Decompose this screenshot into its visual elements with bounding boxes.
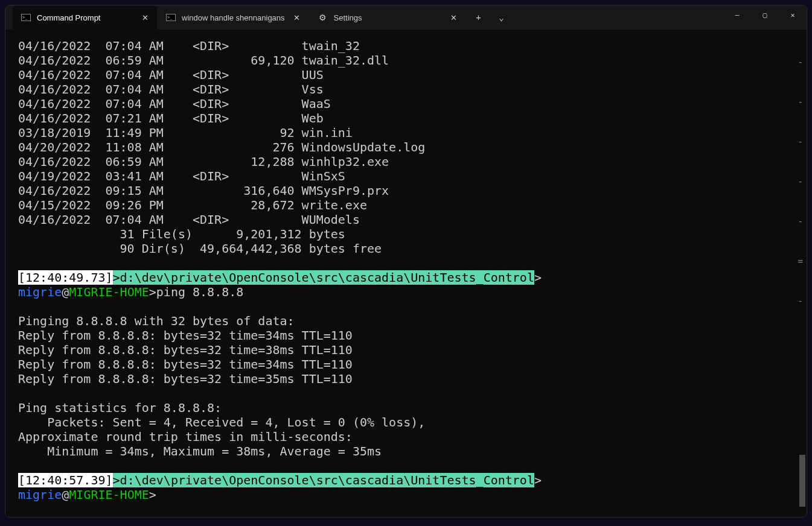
minimap-mark: -	[798, 297, 803, 307]
close-button[interactable]: ✕	[779, 5, 807, 25]
prompt-trail: >	[534, 473, 542, 487]
gear-icon: ⚙	[318, 13, 328, 22]
prompt-sep: >	[149, 285, 156, 299]
tab-actions: + ⌄	[467, 5, 513, 30]
tab-strip: >_Command Prompt✕>_window handle shennan…	[5, 5, 467, 30]
new-tab-button[interactable]: +	[467, 5, 491, 30]
prompt-sep: >	[149, 487, 156, 502]
close-icon[interactable]: ✕	[448, 11, 460, 24]
titlebar: >_Command Prompt✕>_window handle shennan…	[5, 5, 807, 30]
terminal-output[interactable]: 04/16/2022 07:04 AM <DIR> twain_3204/16/…	[5, 30, 807, 517]
minimap-mark: =	[798, 258, 803, 267]
tab-label: Command Prompt	[37, 13, 133, 22]
tab-dropdown-button[interactable]: ⌄	[491, 5, 513, 30]
prompt-host: MIGRIE-HOME	[69, 487, 149, 502]
ping-output-line: Approximate round trip times in milli-se…	[18, 429, 804, 444]
dir-listing-line: 04/16/2022 06:59 AM 12,288 winhlp32.exe	[18, 154, 804, 169]
dir-listing-line: 04/20/2022 11:08 AM 276 WindowsUpdate.lo…	[18, 140, 804, 154]
dir-listing-line: 04/16/2022 06:59 AM 69,120 twain_32.dll	[18, 53, 804, 68]
dir-listing-line: 90 Dir(s) 49,664,442,368 bytes free	[18, 241, 804, 256]
minimize-button[interactable]: —	[723, 5, 751, 25]
ping-output-line: Reply from 8.8.8.8: bytes=32 time=34ms T…	[18, 357, 804, 372]
dir-listing-line: 04/16/2022 07:04 AM <DIR> twain_32	[18, 39, 804, 53]
ping-output-line	[18, 299, 804, 314]
minimap-mark: -	[798, 98, 803, 108]
maximize-button[interactable]: ▢	[751, 5, 779, 25]
tab-label: window handle shennanigans	[182, 13, 285, 22]
prompt-line: [12:40:57.39]>d:\dev\private\OpenConsole…	[18, 473, 804, 487]
minimap-marks: -----=-	[798, 59, 803, 307]
ping-output-line: Ping statistics for 8.8.8.8:	[18, 401, 804, 415]
dir-listing-line: 04/16/2022 07:04 AM <DIR> UUS	[18, 68, 804, 82]
ping-output-line: Pinging 8.8.8.8 with 32 bytes of data:	[18, 314, 804, 328]
dir-listing-line: 04/16/2022 07:04 AM <DIR> WUModels	[18, 212, 804, 227]
ping-output-line: Packets: Sent = 4, Received = 4, Lost = …	[18, 415, 804, 429]
prompt-user-line: migrie@MIGRIE-HOME>ping 8.8.8.8	[18, 285, 804, 299]
ping-output-line: Minimum = 34ms, Maximum = 38ms, Average …	[18, 444, 804, 458]
blank-line	[18, 256, 804, 270]
ping-output-line	[18, 458, 804, 473]
minimap-mark: -	[798, 138, 803, 148]
ping-output-line: Reply from 8.8.8.8: bytes=32 time=38ms T…	[18, 343, 804, 357]
ping-output-line	[18, 386, 804, 401]
ping-output-line: Reply from 8.8.8.8: bytes=32 time=34ms T…	[18, 328, 804, 343]
prompt-trail: >	[534, 270, 542, 285]
prompt-user-line: migrie@MIGRIE-HOME>	[18, 487, 804, 502]
tab-settings[interactable]: ⚙Settings✕	[310, 5, 467, 30]
minimap-mark: -	[798, 218, 803, 227]
prompt-user: migrie	[18, 487, 62, 502]
close-icon[interactable]: ✕	[291, 11, 303, 24]
dir-listing-line: 04/16/2022 07:21 AM <DIR> Web	[18, 111, 804, 125]
minimap-mark: -	[798, 178, 803, 188]
tab-command-prompt[interactable]: >_Command Prompt✕	[13, 5, 158, 30]
prompt-path: >d:\dev\private\OpenConsole\src\cascadia…	[113, 270, 534, 285]
dir-listing-line: 31 File(s) 9,201,312 bytes	[18, 227, 804, 241]
dir-listing-line: 04/16/2022 09:15 AM 316,640 WMSysPr9.prx	[18, 183, 804, 198]
cmd-icon: >_	[166, 13, 176, 22]
prompt-line: [12:40:49.73]>d:\dev\private\OpenConsole…	[18, 270, 804, 285]
at-sign: @	[62, 487, 69, 502]
window-controls: — ▢ ✕	[723, 5, 807, 30]
dir-listing-line: 04/19/2022 03:41 AM <DIR> WinSxS	[18, 169, 804, 183]
dir-listing-line: 04/16/2022 07:04 AM <DIR> Vss	[18, 82, 804, 97]
prompt-timestamp: [12:40:57.39]	[18, 473, 113, 487]
cmd-icon: >_	[21, 13, 31, 22]
tab-label: Settings	[334, 13, 442, 22]
terminal-window: >_Command Prompt✕>_window handle shennan…	[5, 5, 807, 518]
at-sign: @	[62, 285, 69, 299]
prompt-host: MIGRIE-HOME	[69, 285, 149, 299]
dir-listing-line: 03/18/2019 11:49 PM 92 win.ini	[18, 125, 804, 140]
tab-window-handle-shennanigans[interactable]: >_window handle shennanigans✕	[158, 5, 310, 30]
prompt-user: migrie	[18, 285, 62, 299]
dir-listing-line: 04/15/2022 09:26 PM 28,672 write.exe	[18, 198, 804, 212]
ping-output-line: Reply from 8.8.8.8: bytes=32 time=35ms T…	[18, 372, 804, 386]
prompt-path: >d:\dev\private\OpenConsole\src\cascadia…	[113, 473, 534, 487]
close-icon[interactable]: ✕	[139, 11, 151, 24]
prompt-timestamp: [12:40:49.73]	[18, 270, 113, 285]
dir-listing-line: 04/16/2022 07:04 AM <DIR> WaaS	[18, 97, 804, 111]
minimap-mark: -	[798, 59, 803, 68]
scrollbar-thumb[interactable]	[799, 455, 805, 507]
command-text: ping 8.8.8.8	[156, 285, 244, 299]
